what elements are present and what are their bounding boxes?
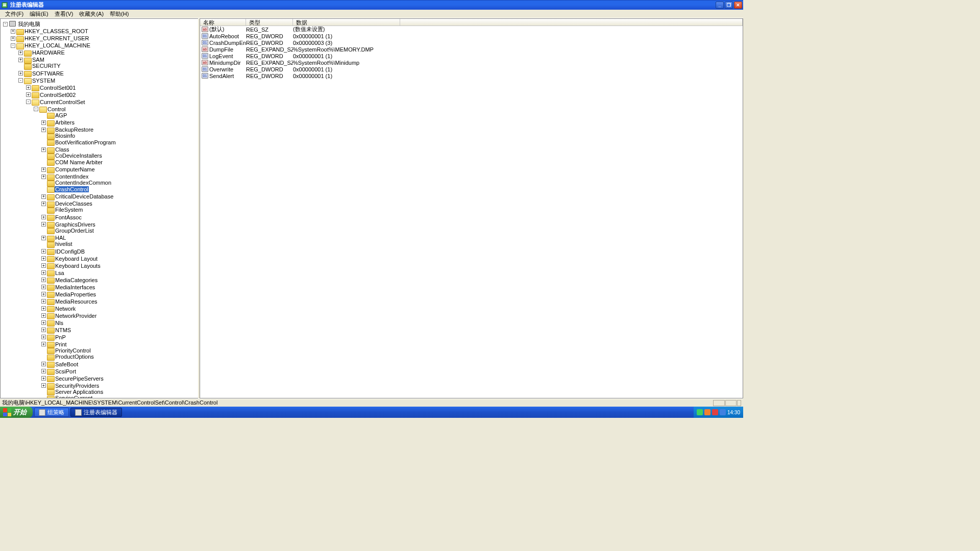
start-button[interactable]: 开始	[0, 407, 33, 418]
tree-item[interactable]: -SYSTEM	[18, 78, 56, 84]
tree-item[interactable]: +SAM	[18, 57, 45, 63]
tree-key-keyboard-layouts[interactable]: +Keyboard Layouts	[41, 263, 101, 269]
expander-icon[interactable]: +	[41, 383, 46, 388]
tree-key-crashcontrol[interactable]: CrashControl	[41, 186, 89, 192]
tree-key-graphicsdrivers[interactable]: +GraphicsDrivers	[41, 221, 96, 228]
tree-hive-hkcr[interactable]: +HKEY_CLASSES_ROOT	[11, 28, 89, 34]
expander-icon[interactable]: +	[41, 174, 46, 179]
tree-key-network[interactable]: +Network	[41, 306, 76, 312]
tree-key-agp[interactable]: AGP	[41, 112, 67, 118]
tray-clock[interactable]: 14:30	[727, 410, 740, 415]
col-header-name[interactable]: 名称	[200, 19, 246, 26]
expander-icon[interactable]: +	[41, 285, 46, 289]
expander-icon[interactable]: -	[26, 99, 31, 104]
taskbar-task[interactable]: 组策略	[34, 408, 69, 417]
expander-icon[interactable]: +	[41, 128, 46, 132]
expander-icon[interactable]: +	[41, 362, 46, 366]
tree-key-class[interactable]: +Class	[41, 146, 70, 153]
value-row[interactable]: ab(默认)REG_SZ(数值未设置)	[200, 26, 743, 33]
tray-icon[interactable]	[697, 409, 703, 415]
tree-key-criticaldevicedatabase[interactable]: +CriticalDeviceDatabase	[41, 193, 114, 199]
tree-item[interactable]: +ControlSet002	[26, 92, 76, 98]
tree-key-hal[interactable]: +HAL	[41, 235, 66, 241]
expander-icon[interactable]: +	[41, 167, 46, 172]
expander-icon[interactable]: +	[41, 328, 46, 332]
expander-icon[interactable]: +	[41, 335, 46, 339]
expander-icon[interactable]: -	[34, 107, 38, 111]
tree-item[interactable]: +SOFTWARE	[18, 70, 64, 77]
expander-icon[interactable]: +	[41, 270, 46, 275]
expander-icon[interactable]: -	[11, 43, 15, 48]
expander-icon[interactable]: +	[18, 58, 23, 62]
expander-icon[interactable]: +	[41, 249, 46, 254]
menu-help[interactable]: 帮助(H)	[107, 10, 132, 18]
taskbar-task[interactable]: 注册表编辑器	[70, 408, 122, 417]
tree-key-ntms[interactable]: +NTMS	[41, 327, 71, 333]
tray-icon[interactable]	[720, 409, 726, 415]
values-list[interactable]: ab(默认)REG_SZ(数值未设置)01AutoRebootREG_DWORD…	[200, 26, 743, 398]
tree-key-productoptions[interactable]: ProductOptions	[41, 354, 94, 360]
expander-icon[interactable]: +	[41, 369, 46, 373]
expander-icon[interactable]: +	[41, 236, 46, 240]
tree-scrollable[interactable]: -我的电脑+HKEY_CLASSES_ROOT+HKEY_CURRENT_USE…	[1, 19, 198, 398]
expander-icon[interactable]: +	[41, 215, 46, 219]
expander-icon[interactable]: +	[41, 202, 46, 206]
tree-key-pnp[interactable]: +PnP	[41, 334, 66, 340]
menu-edit[interactable]: 编辑(E)	[27, 10, 52, 18]
tree-key-mediaproperties[interactable]: +MediaProperties	[41, 291, 96, 297]
tree-key-mediacategories[interactable]: +MediaCategories	[41, 277, 98, 283]
tree-key-backuprestore[interactable]: +BackupRestore	[41, 127, 94, 133]
tray-icon[interactable]	[704, 409, 710, 415]
expander-icon[interactable]: +	[11, 29, 15, 34]
expander-icon[interactable]: +	[41, 263, 46, 268]
menu-view[interactable]: 查看(V)	[52, 10, 77, 18]
tree-key-server-applications[interactable]: Server Applications	[41, 389, 104, 395]
expander-icon[interactable]: +	[11, 36, 15, 41]
col-header-empty[interactable]	[400, 19, 743, 26]
tree-key-mediaresources[interactable]: +MediaResources	[41, 298, 98, 305]
tree-item[interactable]: SECURITY	[18, 63, 61, 69]
tree-key-com-name-arbiter[interactable]: COM Name Arbiter	[41, 159, 103, 165]
tree-key-scsiport[interactable]: +ScsiPort	[41, 368, 77, 374]
expander-icon[interactable]: +	[41, 299, 46, 304]
tree-key-deviceclasses[interactable]: +DeviceClasses	[41, 201, 93, 207]
tree-key-keyboard-layout[interactable]: +Keyboard Layout	[41, 256, 98, 262]
tree-key-grouporderlist[interactable]: GroupOrderList	[41, 228, 94, 234]
value-row[interactable]: abDumpFileREG_EXPAND_SZ%SystemRoot%\MEMO…	[200, 46, 743, 53]
tree-hive-hklm[interactable]: -HKEY_LOCAL_MACHINE	[11, 42, 91, 48]
tree-key-securityproviders[interactable]: +SecurityProviders	[41, 383, 100, 389]
expander-icon[interactable]: +	[26, 92, 31, 97]
system-tray[interactable]: 14:30	[694, 407, 743, 418]
value-row[interactable]: 01OverwriteREG_DWORD0x00000001 (1)	[200, 66, 743, 72]
tree-key-securepipeservers[interactable]: +SecurePipeServers	[41, 375, 104, 382]
expander-icon[interactable]: +	[41, 376, 46, 381]
menu-file[interactable]: 文件(F)	[2, 10, 27, 18]
expander-icon[interactable]: -	[18, 78, 23, 83]
tree-hive-hkcu[interactable]: +HKEY_CURRENT_USER	[11, 35, 90, 41]
tree-key-mediainterfaces[interactable]: +MediaInterfaces	[41, 284, 95, 290]
tree-key-idconfigdb[interactable]: +IDConfigDB	[41, 248, 85, 255]
expander-icon[interactable]: +	[41, 147, 46, 152]
expander-icon[interactable]: -	[3, 22, 8, 27]
tray-icon[interactable]	[712, 409, 718, 415]
tree-item[interactable]: +ControlSet001	[26, 85, 76, 91]
expander-icon[interactable]: +	[18, 51, 23, 55]
minimize-button[interactable]: _	[716, 2, 724, 9]
col-header-data[interactable]: 数据	[293, 19, 400, 26]
expander-icon[interactable]: +	[41, 120, 46, 125]
value-row[interactable]: abMinidumpDirREG_EXPAND_SZ%SystemRoot%\M…	[200, 59, 743, 66]
tree-key-biosinfo[interactable]: Biosinfo	[41, 133, 76, 139]
tree-root-computer[interactable]: -我的电脑	[3, 21, 41, 27]
maximize-button[interactable]: ❐	[725, 2, 733, 9]
expander-icon[interactable]: +	[41, 278, 46, 282]
tree-key-lsa[interactable]: +Lsa	[41, 270, 65, 276]
expander-icon[interactable]: +	[41, 320, 46, 325]
tree-key-computername[interactable]: +ComputerName	[41, 166, 95, 172]
tree-key-networkprovider[interactable]: +NetworkProvider	[41, 313, 97, 319]
tree-item[interactable]: +HARDWARE	[18, 49, 65, 56]
tree-key-codeviceinstallers[interactable]: CoDeviceInstallers	[41, 153, 103, 159]
expander-icon[interactable]: +	[41, 306, 46, 311]
tree-key-nls[interactable]: +Nls	[41, 320, 64, 326]
tree-key-filesystem[interactable]: FileSystem	[41, 207, 83, 213]
value-row[interactable]: 01CrashDumpEnabledREG_DWORD0x00000003 (3…	[200, 39, 743, 46]
